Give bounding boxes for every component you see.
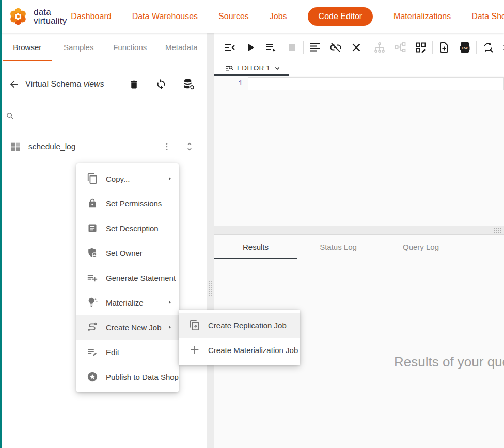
schema-actions	[127, 77, 200, 91]
unlink-button[interactable]	[325, 37, 346, 58]
route-icon	[87, 322, 98, 333]
submenu-arrow-icon	[167, 176, 172, 181]
back-button[interactable]	[6, 76, 22, 92]
schema-header: Virtual Schema views	[2, 74, 207, 94]
results-placeholder-text: Results of your querie	[394, 354, 504, 370]
submenu-arrow-icon	[167, 325, 172, 330]
nav-items: Dashboard Data Warehouses Sources Jobs C…	[71, 7, 504, 26]
menu-item-create-replication-job[interactable]: Create Replication Job	[179, 313, 300, 338]
collapse-editor-button[interactable]	[219, 37, 240, 58]
lightbulb-icon	[87, 297, 98, 308]
format-query-button[interactable]	[305, 37, 325, 58]
find-replace-icon	[482, 41, 494, 54]
toolbar-divider	[368, 41, 368, 54]
search-box	[6, 110, 100, 122]
copy-icon	[87, 173, 98, 184]
nav-item-dashboard[interactable]: Dashboard	[71, 7, 111, 26]
tab-query-log[interactable]: Query Log	[380, 235, 462, 259]
toolbar-divider	[432, 41, 433, 54]
editor-tab-bar: EDITOR 1	[214, 61, 504, 76]
menu-item-set-permissions[interactable]: Set Permissions	[76, 191, 179, 216]
plus-icon	[189, 344, 200, 356]
menu-item-publish-to-data-shop[interactable]: Publish to Data Shop	[76, 364, 179, 389]
run-icon	[244, 41, 257, 54]
nav-item-code-editor[interactable]: Code Editor	[308, 7, 373, 26]
nav-item-data-shop[interactable]: Data Shop	[471, 7, 504, 26]
unfold-icon	[184, 141, 195, 152]
settings-button[interactable]	[498, 37, 504, 58]
more-vert-icon	[162, 142, 171, 151]
find-replace-button[interactable]	[478, 37, 498, 58]
panel-resize-handle-horizontal[interactable]	[214, 226, 504, 235]
line-number: 1	[214, 79, 243, 87]
toolbar-divider	[476, 41, 477, 54]
dashboard-edit-button[interactable]	[411, 37, 431, 58]
create-job-submenu: Create Replication Job Create Materializ…	[179, 310, 300, 365]
editor-tab-label: EDITOR 1	[237, 64, 270, 72]
clear-editor-button[interactable]	[346, 37, 367, 58]
nav-item-data-warehouses[interactable]: Data Warehouses	[132, 7, 198, 26]
context-menu: Copy... Set Permissions Set Description …	[76, 163, 179, 392]
code-editor-area[interactable]: 1	[214, 76, 504, 226]
refresh-schema-button[interactable]	[182, 77, 195, 91]
sidebar-tabs: Browser Samples Functions Metadata	[2, 33, 207, 61]
schema-title: Virtual Schema views	[25, 79, 104, 89]
tree-item-schedule-log[interactable]: schedule_log	[2, 137, 207, 156]
clear-icon	[350, 41, 363, 54]
data-lineage-button	[390, 37, 411, 58]
tab-browser[interactable]: Browser	[2, 33, 53, 61]
app-window: data virtuality Dashboard Data Warehouse…	[0, 0, 504, 448]
dependencies-tree-button	[369, 37, 390, 58]
document-icon	[87, 222, 98, 234]
tab-samples[interactable]: Samples	[53, 33, 105, 61]
menu-item-copy[interactable]: Copy...	[76, 166, 179, 191]
new-file-button[interactable]	[434, 37, 454, 58]
export-csv-button[interactable]: CSV	[454, 37, 475, 58]
copy-arrow-icon	[189, 319, 200, 331]
tab-status-log[interactable]: Status Log	[297, 235, 380, 259]
tab-editor-1[interactable]: EDITOR 1	[214, 61, 289, 76]
nav-item-jobs[interactable]: Jobs	[270, 7, 287, 26]
new-file-icon	[438, 41, 450, 54]
editor-toolbar: CSV	[214, 33, 504, 61]
tab-metadata[interactable]: Metadata	[156, 33, 208, 61]
run-button[interactable]	[240, 37, 261, 58]
chevron-down-icon[interactable]	[273, 64, 281, 72]
app-logo: data virtuality	[7, 6, 67, 27]
editor-active-line[interactable]	[248, 77, 504, 90]
menu-item-create-materialization-job[interactable]: Create Materialization Job	[179, 338, 300, 362]
database-refresh-icon	[182, 78, 195, 90]
search-input[interactable]	[17, 110, 110, 120]
star-circle-icon	[87, 371, 98, 382]
tree-item-label: schedule_log	[28, 142, 75, 151]
tab-results[interactable]: Results	[214, 235, 297, 259]
shield-person-icon	[87, 247, 98, 259]
tab-functions[interactable]: Functions	[104, 33, 156, 61]
lock-icon	[87, 198, 98, 209]
dependencies-tree-icon	[373, 41, 386, 54]
logo-wordmark: data virtuality	[34, 8, 67, 25]
run-selection-button[interactable]	[261, 37, 281, 58]
dashboard-edit-icon	[415, 41, 427, 54]
expand-collapse-button[interactable]	[184, 140, 195, 153]
drag-grip-icon	[209, 281, 212, 296]
more-options-button[interactable]	[162, 140, 172, 153]
drag-grip-icon	[494, 228, 501, 233]
delete-button[interactable]	[127, 77, 140, 91]
results-tab-bar: Results Status Log Query Log	[214, 235, 504, 259]
submenu-arrow-icon	[167, 300, 172, 305]
menu-item-edit[interactable]: Edit	[76, 340, 179, 364]
menu-item-materialize[interactable]: Materialize	[76, 290, 179, 315]
nav-item-materializations[interactable]: Materializations	[393, 7, 451, 26]
manage-search-icon	[225, 63, 234, 73]
panel-resize-handle-vertical[interactable]	[207, 33, 214, 448]
refresh-button[interactable]	[154, 77, 168, 91]
back-arrow-icon	[8, 78, 20, 90]
nav-item-sources[interactable]: Sources	[218, 7, 249, 26]
menu-item-create-new-job[interactable]: Create New Job	[76, 315, 179, 340]
menu-item-set-description[interactable]: Set Description	[76, 216, 179, 241]
editor-panel: CSV EDITOR 1 1 Results S	[214, 33, 504, 448]
menu-item-generate-statement[interactable]: Generate Statement	[76, 265, 179, 290]
menu-item-set-owner[interactable]: Set Owner	[76, 241, 179, 265]
toolbar-divider	[303, 41, 304, 54]
